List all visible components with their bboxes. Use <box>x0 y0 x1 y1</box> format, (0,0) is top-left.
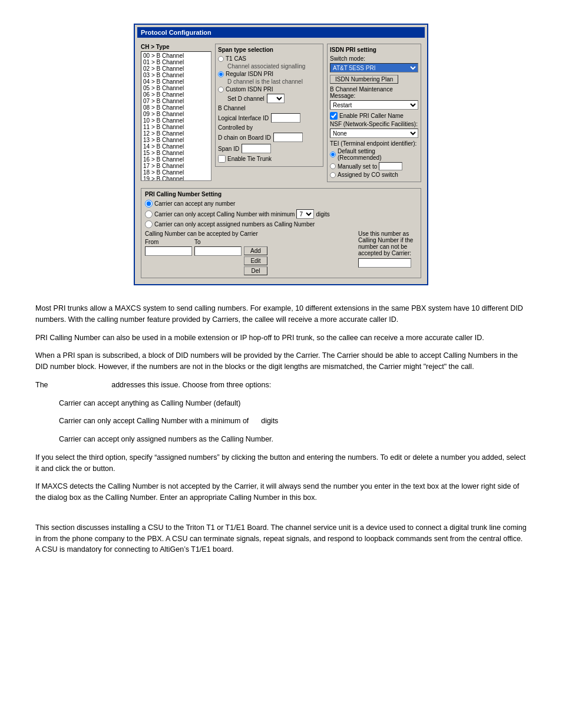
b-channel-label: B Channel <box>218 105 246 111</box>
manually-set-radio[interactable] <box>330 163 336 169</box>
channel-item[interactable]: 06 > B Channel <box>142 91 210 98</box>
regular-isdn-row: Regular ISDN PRI <box>218 71 320 77</box>
custom-isdn-label: Custom ISDN PRI <box>226 86 273 93</box>
span-id-label: Span ID <box>218 146 239 152</box>
default-setting-radio[interactable] <box>330 151 336 157</box>
to-header: To <box>194 239 242 245</box>
channel-item[interactable]: 05 > B Channel <box>142 85 210 91</box>
t1-cas-label: T1 CAS <box>226 55 246 62</box>
paragraph-4: The addresses this issue. Choose from th… <box>35 380 527 391</box>
carrier-accept-any-radio[interactable] <box>145 200 153 207</box>
channel-item[interactable]: 02 > B Channel <box>142 65 210 72</box>
channel-item[interactable]: 08 > B Channel <box>142 104 210 111</box>
carrier-accept-any-row: Carrier can accept any number <box>145 200 417 207</box>
use-number-title: Use this number as Calling Number if the… <box>358 230 417 256</box>
enable-pri-caller-row: Enable PRI Caller Name <box>330 112 418 120</box>
option-3: Carrier can accept only assigned numbers… <box>59 434 527 445</box>
span-type-panel: Span type selection T1 CAS Channel assoc… <box>215 44 323 182</box>
manually-set-input[interactable] <box>379 162 402 170</box>
d-channel-last-label: D channel is the last channel <box>227 78 320 85</box>
paragraph-6: If MAXCS detects the Calling Number is n… <box>35 481 527 503</box>
enable-tie-trunk-checkbox[interactable] <box>218 155 226 163</box>
paragraph-2: PRI Calling Number can also be used in a… <box>35 332 527 344</box>
t1-cas-radio[interactable] <box>218 56 224 62</box>
carrier-min-radio[interactable] <box>145 210 153 218</box>
channel-panel: CH > Type 00 > B Channel01 > B Channel02… <box>141 44 211 182</box>
calling-table: Calling Number can be accepted by Carrie… <box>145 230 353 275</box>
b-channel-maint-select[interactable]: Restart <box>330 100 418 110</box>
isdn-numbering-plan-button[interactable]: ISDN Numbering Plan <box>330 75 398 84</box>
span-group-title: Span type selection <box>218 47 320 53</box>
d-chain-label: D chain on Board ID <box>218 134 271 141</box>
enable-pri-caller-checkbox[interactable] <box>330 112 338 120</box>
assigned-co-radio[interactable] <box>330 172 336 178</box>
channel-item[interactable]: 18 > B Channel <box>142 169 210 176</box>
tei-group: TEI (Terminal endpoint identifier): Defa… <box>330 140 418 178</box>
span-id-input[interactable] <box>242 144 271 153</box>
from-input[interactable] <box>145 246 192 256</box>
carrier-min-row: Carrier can only accept Calling Number w… <box>145 209 417 219</box>
regular-isdn-label: Regular ISDN PRI <box>226 71 273 77</box>
carrier-assigned-label: Carrier can only accept assigned numbers… <box>154 221 315 228</box>
option-2: Carrier can only accept Calling Number w… <box>59 416 527 427</box>
d-chain-input[interactable] <box>273 133 303 142</box>
controlled-by-row: Controlled by <box>218 124 320 131</box>
custom-isdn-row: Custom ISDN PRI <box>218 86 320 93</box>
calling-number-title: Calling Number can be accepted by Carrie… <box>145 230 353 237</box>
isdn-panel: ISDN PRI setting Switch mode: AT&T 5ESS … <box>327 44 421 182</box>
channel-item[interactable]: 03 > B Channel <box>142 72 210 78</box>
channel-item[interactable]: 19 > B Channel <box>142 176 210 181</box>
carrier-assigned-radio[interactable] <box>145 220 153 228</box>
channel-list[interactable]: 00 > B Channel01 > B Channel02 > B Chann… <box>141 51 211 181</box>
carrier-min-label: Carrier can only accept Calling Number w… <box>154 211 295 218</box>
paragraph-1: Most PRI trunks allow a MAXCS system to … <box>35 303 527 325</box>
dialog-window: Protocol Configuration CH > Type 00 > B … <box>134 24 428 285</box>
channel-item[interactable]: 14 > B Channel <box>142 143 210 150</box>
assigned-co-row: Assigned by CO switch <box>330 172 418 178</box>
logical-iface-label: Logical Interface ID <box>218 115 269 121</box>
nsf-select[interactable]: None <box>330 129 418 138</box>
p4-start: The <box>35 381 48 389</box>
use-number-input[interactable] <box>358 258 411 268</box>
channel-item[interactable]: 00 > B Channel <box>142 52 210 59</box>
channel-item[interactable]: 12 > B Channel <box>142 130 210 137</box>
carrier-accept-any-label: Carrier can accept any number <box>154 200 235 207</box>
channel-item[interactable]: 09 > B Channel <box>142 111 210 117</box>
to-input[interactable] <box>194 246 242 256</box>
channel-item[interactable]: 13 > B Channel <box>142 137 210 143</box>
channel-item[interactable]: 15 > B Channel <box>142 150 210 156</box>
switch-mode-label: Switch mode: <box>330 55 418 62</box>
protocol-config-dialog: Protocol Configuration CH > Type 00 > B … <box>134 24 428 285</box>
paragraph-5: If you select the third option, specify … <box>35 452 527 475</box>
regular-isdn-radio[interactable] <box>218 71 224 77</box>
enable-pri-caller-label: Enable PRI Caller Name <box>339 113 404 119</box>
channel-item[interactable]: 17 > B Channel <box>142 163 210 169</box>
table-buttons: Add Edit Del <box>244 246 267 275</box>
d-channel-select[interactable] <box>267 94 285 103</box>
custom-isdn-radio[interactable] <box>218 87 224 93</box>
logical-iface-row: Logical Interface ID <box>218 113 320 123</box>
option-1: Carrier can accept anything as Calling N… <box>59 398 527 409</box>
controlled-by-label: Controlled by <box>218 124 253 131</box>
add-button[interactable]: Add <box>244 246 267 255</box>
isdn-title: ISDN PRI setting <box>330 47 418 53</box>
channel-item[interactable]: 07 > B Channel <box>142 98 210 104</box>
channel-item[interactable]: 01 > B Channel <box>142 59 210 65</box>
b-channel-maint-label: B Channel Maintenance Message: <box>330 86 418 99</box>
table-headers: From To <box>145 239 353 245</box>
logical-iface-input[interactable] <box>271 113 300 123</box>
del-button[interactable]: Del <box>244 266 267 275</box>
channel-item[interactable]: 16 > B Channel <box>142 156 210 163</box>
assigned-co-label: Assigned by CO switch <box>338 172 398 178</box>
channel-item[interactable]: 11 > B Channel <box>142 124 210 130</box>
pri-section-wrapper: PRI Calling Number Setting Carrier can a… <box>137 188 425 282</box>
channel-item[interactable]: 04 > B Channel <box>142 78 210 85</box>
switch-mode-select[interactable]: AT&T 5ESS PRI <box>330 63 418 73</box>
enable-tie-trunk-row: Enable Tie Trunk <box>218 155 320 163</box>
channel-item[interactable]: 10 > B Channel <box>142 117 210 124</box>
carrier-min-digits-select[interactable]: 7 <box>296 209 314 219</box>
span-id-row: Span ID <box>218 144 320 153</box>
use-number-box: Use this number as Calling Number if the… <box>358 230 417 275</box>
edit-button[interactable]: Edit <box>244 256 267 265</box>
nsf-label: NSF (Network-Specific Facilities): <box>330 121 418 127</box>
